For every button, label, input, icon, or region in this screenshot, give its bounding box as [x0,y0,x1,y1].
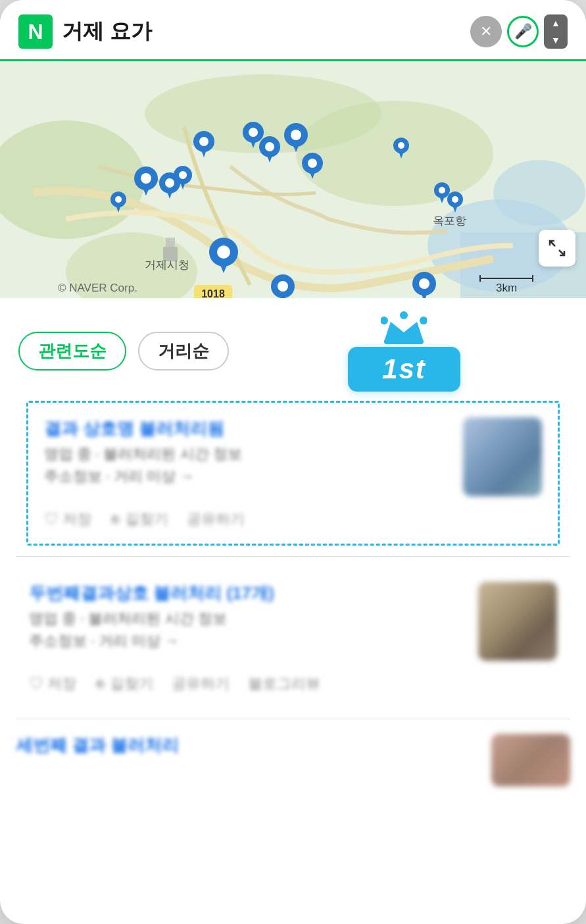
result-action-share-2[interactable]: 공유하기 [172,674,230,694]
spacer-2 [0,557,586,567]
result-card-3-partial[interactable]: 세번째 결과 블러처리 [0,719,586,797]
result-info-3: 세번째 결과 블러처리 [16,734,478,757]
spacer-1 [0,546,586,556]
close-button[interactable] [470,16,502,47]
svg-point-18 [199,137,208,146]
svg-text:옥포항: 옥포항 [433,215,466,227]
second-result-wrapper: 두번째결과상호 블러처리 (17개) 영업 중 · 블러처리된 시간 정보 주소… [0,567,586,708]
result-card-1[interactable]: 결과 상호명 블러처리됨 영업 중 · 블러처리된 시간 정보 주소정보 · 거… [28,403,558,544]
svg-point-2 [493,160,585,226]
svg-rect-9 [166,238,175,248]
result-info-1: 결과 상호명 블러처리됨 영업 중 · 블러처리된 시간 정보 주소정보 · 거… [44,417,450,486]
svg-marker-70 [384,322,424,342]
result-title-1[interactable]: 결과 상호명 블러처리됨 [44,417,450,440]
scroll-up-arrow[interactable]: ▲ [544,14,568,32]
svg-point-39 [179,171,187,179]
svg-point-59 [439,187,445,193]
svg-point-24 [265,142,274,151]
filter-distance[interactable]: 거리순 [138,332,229,371]
result-title-2[interactable]: 두번째결과상호 블러처리 (17개) [29,582,465,605]
map-container: 1018 14 거제시청 옥포항 [0,61,586,298]
result-action-save-2[interactable]: ♡ 저장 [29,674,76,694]
badge-wrapper: 1st [241,310,568,392]
result-card-2[interactable]: 두번째결과상호 블러처리 (17개) 영업 중 · 블러처리된 시간 정보 주소… [13,567,573,708]
phone-frame: N 거제 요가 ▲ ▼ [0,0,586,924]
map-expand-button[interactable] [539,230,575,267]
crown-icon [381,310,427,349]
svg-point-36 [165,178,174,188]
filter-section: 관련도순 거리순 1st [0,298,586,401]
result-thumb-img-1 [463,417,542,496]
result-title-3: 세번째 결과 블러처리 [16,734,478,757]
first-badge: 1st [348,310,460,392]
result-thumb-1[interactable] [463,417,542,496]
svg-point-48 [419,278,429,289]
header: N 거제 요가 ▲ ▼ [0,0,586,61]
spacer-3 [0,708,586,719]
result-action-blog-2[interactable]: 블로그리뷰 [248,674,320,694]
result-thumb-img-3 [491,734,570,786]
mic-button[interactable] [507,16,539,47]
svg-point-51 [115,196,122,203]
page-title: 거제 요가 [62,17,461,46]
filter-relevance[interactable]: 관련도순 [18,332,126,371]
result-action-save-1[interactable]: ♡ 저장 [44,509,91,529]
result-actions-2: ♡ 저장 ⊕ 길찾기 공유하기 블로그리뷰 [29,666,557,696]
result-card-inner-2: 두번째결과상호 블러처리 (17개) 영업 중 · 블러처리된 시간 정보 주소… [29,582,557,661]
result-meta-1: 영업 중 · 블러처리된 시간 정보 [44,444,450,464]
naver-logo-letter: N [28,21,43,42]
result-meta-2: 영업 중 · 블러처리된 시간 정보 [29,609,465,629]
result-action-route-1[interactable]: ⊕ 길찾기 [110,509,168,529]
result-card-inner-1: 결과 상호명 블러처리됨 영업 중 · 블러처리된 시간 정보 주소정보 · 거… [44,417,542,496]
svg-point-30 [308,159,317,168]
scroll-arrows[interactable]: ▲ ▼ [544,14,568,49]
svg-text:거제시청: 거제시청 [145,259,189,271]
filter-bar: 관련도순 거리순 1st [18,310,568,392]
svg-point-42 [217,245,230,259]
svg-point-27 [291,130,301,140]
svg-text:3km: 3km [496,282,517,294]
result-action-route-2[interactable]: ⊕ 길찾기 [95,674,153,694]
result-addr-2: 주소정보 · 거리 미상 → [29,631,465,651]
first-result-section: 결과 상호명 블러처리됨 영업 중 · 블러처리된 시간 정보 주소정보 · 거… [26,401,560,546]
result-thumb-3[interactable] [491,734,570,786]
svg-rect-74 [384,339,424,344]
result-thumb-2[interactable] [478,582,557,661]
result-actions-1: ♡ 저장 ⊕ 길찾기 공유하기 [44,501,542,532]
svg-point-45 [278,281,288,292]
svg-point-71 [381,317,388,324]
svg-point-21 [249,128,258,137]
svg-point-62 [452,196,458,203]
result-info-2: 두번째결과상호 블러처리 (17개) 영업 중 · 블러처리된 시간 정보 주소… [29,582,465,651]
scroll-down-arrow[interactable]: ▼ [544,32,568,49]
result-action-share-1[interactable]: 공유하기 [187,509,245,529]
svg-point-73 [420,317,427,324]
header-icons: ▲ ▼ [470,14,568,49]
svg-text:© NAVER Corp.: © NAVER Corp. [58,282,137,294]
svg-point-56 [398,142,404,149]
svg-point-33 [141,173,151,184]
first-label: 1st [348,347,460,392]
first-result-wrapper: 결과 상호명 블러처리됨 영업 중 · 블러처리된 시간 정보 주소정보 · 거… [0,401,586,546]
naver-logo: N [18,14,53,49]
result-addr-1: 주소정보 · 거리 미상 → [44,467,450,486]
result-thumb-img-2 [478,582,557,661]
svg-text:1018: 1018 [201,288,225,298]
svg-point-72 [400,311,408,319]
